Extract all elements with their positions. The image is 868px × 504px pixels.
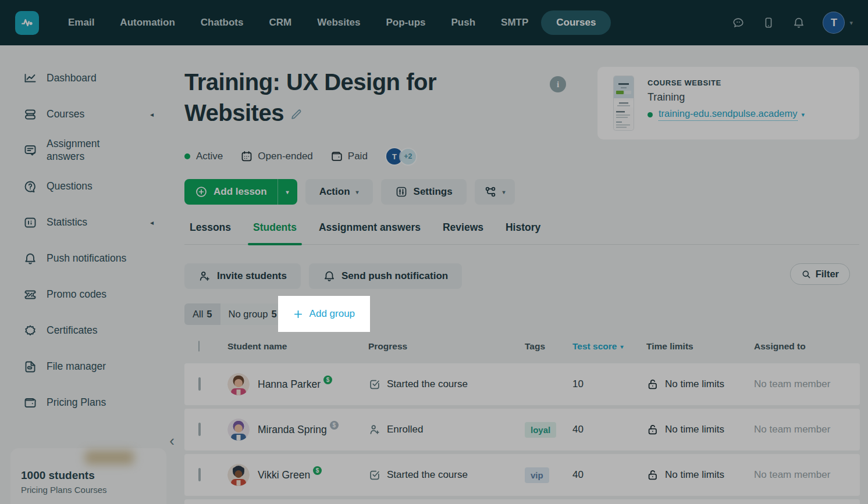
table-row-partial	[184, 499, 860, 504]
sidebar-item-promo-codes[interactable]: Promo codes	[0, 277, 184, 313]
notifications-bell-icon[interactable]	[792, 16, 805, 29]
sendpulse-logo[interactable]	[15, 11, 39, 35]
col-student-name[interactable]: Student name	[227, 341, 368, 352]
tab-students[interactable]: Students	[248, 221, 302, 244]
enrolled-icon	[368, 423, 381, 436]
add-lesson-button[interactable]: Add lesson ▾	[184, 179, 297, 205]
sidebar-item-courses[interactable]: Courses ◂	[0, 96, 184, 133]
tab-history[interactable]: History	[500, 221, 546, 244]
nav-item-email[interactable]: Email	[55, 11, 107, 34]
row-checkbox[interactable]	[198, 377, 201, 391]
filter-button[interactable]: Filter	[790, 263, 850, 285]
question-bubble-icon	[23, 180, 37, 194]
sidebar-item-assignment-answers[interactable]: Assignment answers	[0, 133, 184, 169]
col-assigned-to[interactable]: Assigned to	[754, 341, 860, 352]
plus-icon	[293, 309, 303, 319]
sidebar-item-questions[interactable]: Questions	[0, 169, 184, 205]
nav-item-push[interactable]: Push	[439, 11, 489, 34]
student-name[interactable]: Miranda Spring	[258, 424, 327, 436]
started-course-icon	[368, 469, 381, 481]
time-limits-text: No time limits	[665, 469, 724, 481]
sidebar-item-file-manager[interactable]: File manager	[0, 349, 184, 385]
add-lesson-dropdown-caret[interactable]: ▾	[278, 179, 297, 205]
tab-assignment-answers[interactable]: Assignment answers	[314, 221, 426, 244]
nav-item-crm[interactable]: CRM	[256, 11, 304, 34]
course-website-heading: COURSE WEBSITE	[648, 78, 805, 87]
user-menu-caret-icon[interactable]: ▾	[849, 19, 853, 27]
settings-sliders-icon	[395, 185, 408, 198]
paid-badge-icon: $	[330, 421, 339, 430]
student-name[interactable]: Vikki Green	[258, 469, 310, 481]
sidebar-item-statistics[interactable]: Statistics ◂	[0, 205, 184, 241]
submenu-caret-icon[interactable]: ◂	[150, 110, 154, 119]
action-button[interactable]: Action▾	[305, 179, 373, 205]
sidebar-item-label: Promo codes	[47, 288, 106, 301]
col-test-score-sorted[interactable]: Test score▾	[572, 341, 646, 352]
plan-students-count: 1000 students	[21, 469, 156, 482]
lock-open-icon	[646, 469, 659, 481]
tab-lessons[interactable]: Lessons	[184, 221, 236, 244]
student-avatar	[227, 373, 250, 395]
course-status-row: Active Open-ended Paid T +2	[184, 148, 859, 165]
add-group-button[interactable]: Add group	[278, 296, 370, 332]
info-icon[interactable]: i	[550, 76, 566, 92]
nav-item-popups[interactable]: Pop-ups	[373, 11, 439, 34]
time-limits-text: No time limits	[665, 424, 724, 435]
select-all-checkbox[interactable]	[198, 341, 200, 352]
tab-reviews[interactable]: Reviews	[437, 221, 489, 244]
nav-item-courses-active[interactable]: Courses	[541, 10, 611, 35]
course-header: Training: UX Design for Websites i COURS…	[184, 67, 859, 140]
sidebar-item-push-notifications[interactable]: Push notifications	[0, 241, 184, 277]
col-time-limits[interactable]: Time limits	[646, 341, 754, 352]
lock-open-icon	[646, 423, 659, 436]
col-progress[interactable]: Progress	[368, 341, 525, 352]
website-thumbnail	[614, 76, 634, 130]
time-limits-text: No time limits	[665, 378, 724, 390]
progress-text: Enrolled	[387, 424, 423, 435]
bell-icon	[323, 270, 336, 283]
course-website-name: Training	[648, 91, 805, 103]
user-avatar[interactable]: T	[823, 12, 845, 34]
paid-badge-icon: $	[323, 376, 332, 384]
sidebar-collapse-icon[interactable]: ‹	[169, 433, 175, 448]
toolbar: Add lesson ▾ Action▾ Settings ▾	[184, 179, 859, 205]
main-menu: Email Automation Chatbots CRM Websites P…	[55, 10, 611, 35]
nav-item-chatbots[interactable]: Chatbots	[188, 11, 257, 34]
sidebar-item-label: Pricing Plans	[47, 396, 106, 409]
row-checkbox[interactable]	[198, 468, 201, 481]
blurred-plan-badge	[85, 451, 134, 464]
wallet-icon	[23, 396, 37, 410]
group-filter-no-group[interactable]: No group5	[220, 303, 285, 325]
test-score: 40	[572, 424, 646, 435]
row-checkbox[interactable]	[198, 423, 201, 436]
settings-button[interactable]: Settings	[381, 179, 467, 205]
assigned-to-text: No team member	[754, 424, 860, 435]
invite-students-button[interactable]: Invite students	[184, 263, 301, 289]
course-website-link[interactable]: training-edu.sendpulse.academy	[659, 108, 798, 121]
books-icon	[23, 108, 37, 121]
submenu-caret-icon[interactable]: ◂	[150, 219, 154, 227]
sidebar-item-dashboard[interactable]: Dashboard	[0, 60, 184, 96]
mobile-app-icon[interactable]	[762, 16, 775, 29]
main-content: Training: UX Design for Websites i COURS…	[184, 45, 868, 504]
sidebar-item-certificates[interactable]: Certificates	[0, 313, 184, 349]
website-dropdown-caret-icon[interactable]: ▾	[802, 111, 805, 119]
flow-caret-icon: ▾	[503, 189, 506, 195]
navbar-right: T ▾	[732, 12, 853, 34]
sidebar-item-pricing-plans[interactable]: Pricing Plans	[0, 385, 184, 421]
send-push-button[interactable]: Send push notification	[309, 263, 462, 289]
automation-flow-button[interactable]: ▾	[475, 179, 515, 205]
nav-item-smtp[interactable]: SMTP	[488, 11, 541, 34]
nav-item-websites[interactable]: Websites	[304, 11, 373, 34]
chat-support-icon[interactable]	[732, 16, 745, 29]
assigned-to-text: No team member	[754, 469, 860, 481]
edit-title-icon[interactable]	[290, 108, 303, 121]
extra-members-badge[interactable]: +2	[400, 149, 416, 165]
search-icon	[801, 269, 812, 280]
col-tags[interactable]: Tags	[525, 341, 572, 352]
payment-label: Paid	[348, 151, 368, 162]
student-name[interactable]: Hanna Parker	[258, 378, 321, 391]
group-filter-all[interactable]: All5	[184, 303, 220, 325]
plan-usage-card[interactable]: 1000 students Pricing Plans Courses	[10, 448, 166, 504]
nav-item-automation[interactable]: Automation	[107, 11, 187, 34]
